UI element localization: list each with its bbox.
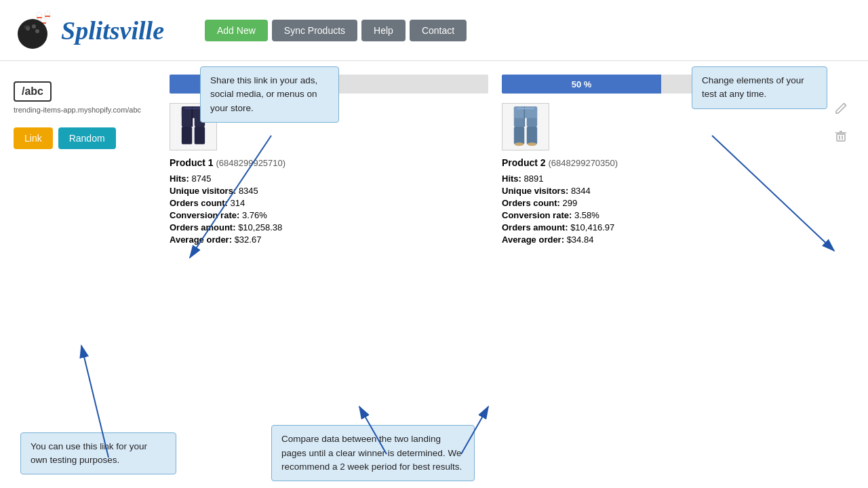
- header: Splitsville Add New Sync Products Help C…: [0, 0, 868, 61]
- delete-icon: [834, 129, 848, 143]
- product-2-avg: Average order: $34.84: [502, 235, 821, 245]
- product-1-amount: Orders amount: $10,258.38: [170, 222, 488, 232]
- svg-rect-27: [837, 134, 845, 141]
- product-2-conversion: Conversion rate: 3.58%: [502, 210, 821, 220]
- right-icons: [827, 75, 854, 474]
- link-button[interactable]: Link: [14, 127, 53, 149]
- svg-rect-22: [527, 127, 537, 144]
- svg-point-10: [24, 25, 31, 29]
- abc-badge: /abc: [14, 81, 52, 102]
- svg-rect-3: [37, 17, 42, 18]
- svg-rect-14: [182, 127, 192, 144]
- svg-rect-4: [45, 16, 50, 17]
- product-1-conversion: Conversion rate: 3.76%: [170, 210, 488, 220]
- store-url: trending-items-app.myshopify.com/abc: [14, 106, 163, 114]
- svg-point-1: [45, 11, 50, 19]
- tooltip-compare-data: Compare data between the two landing pag…: [271, 425, 475, 481]
- svg-point-8: [32, 24, 36, 28]
- svg-point-26: [528, 142, 537, 146]
- logo-icon: [14, 8, 58, 52]
- contact-button[interactable]: Contact: [410, 20, 467, 41]
- tooltip-share-link: Share this link in your ads, social medi…: [200, 66, 339, 123]
- product-2-unique: Unique visitors: 8344: [502, 186, 821, 196]
- add-new-button[interactable]: Add New: [205, 20, 268, 41]
- products-area: 50 % Product 1: [163, 75, 827, 474]
- svg-point-25: [515, 142, 524, 146]
- product-2-amount: Orders amount: $10,416.97: [502, 222, 821, 232]
- product-2-hits: Hits: 8891: [502, 174, 821, 184]
- product-2-bar-fill: 50 %: [502, 75, 661, 94]
- product-1-unique: Unique visitors: 8345: [170, 186, 488, 196]
- delete-button[interactable]: [834, 129, 848, 146]
- action-buttons: Link Random: [14, 127, 163, 149]
- nav-buttons: Add New Sync Products Help Contact: [205, 20, 467, 41]
- product-1-title: Product 1 (6848299925710): [170, 157, 488, 168]
- product-2-jeans-svg: [509, 106, 542, 147]
- product-2-image: [502, 103, 549, 150]
- sidebar: /abc trending-items-app.myshopify.com/ab…: [14, 75, 163, 474]
- product-2-orders: Orders count: 299: [502, 198, 821, 208]
- logo-text: Splitsville: [61, 16, 164, 45]
- product-1-orders: Orders count: 314: [170, 198, 488, 208]
- svg-rect-17: [184, 108, 202, 110]
- svg-point-6: [18, 19, 47, 49]
- tooltip-own-testing: You can use this link for your own testi…: [20, 432, 176, 475]
- svg-point-9: [35, 29, 39, 33]
- main-content: /abc trending-items-app.myshopify.com/ab…: [0, 61, 868, 488]
- help-button[interactable]: Help: [361, 20, 406, 41]
- product-1-hits: Hits: 8745: [170, 174, 488, 184]
- edit-button[interactable]: [834, 102, 848, 119]
- svg-rect-21: [514, 127, 524, 144]
- logo-area: Splitsville: [14, 8, 164, 52]
- tooltip-change-elements: Change elements of your test at any time…: [692, 66, 827, 109]
- product-2-title: Product 2 (6848299270350): [502, 157, 821, 168]
- random-button[interactable]: Random: [58, 127, 116, 149]
- product-1-avg: Average order: $32.67: [170, 235, 488, 245]
- svg-rect-24: [517, 108, 534, 110]
- edit-icon: [834, 102, 848, 115]
- svg-rect-15: [195, 127, 205, 144]
- sync-products-button[interactable]: Sync Products: [272, 20, 357, 41]
